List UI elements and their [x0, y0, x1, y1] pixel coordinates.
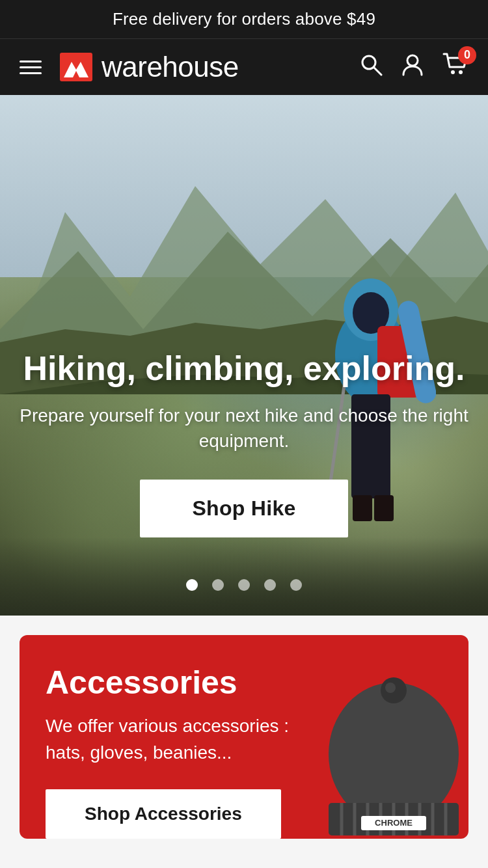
accessories-card: Accessories We offer various accessories…: [20, 635, 468, 839]
svg-point-6: [451, 70, 455, 74]
shop-hike-button[interactable]: Shop Hike: [140, 480, 347, 537]
header-left: warehouse: [20, 51, 239, 83]
svg-point-7: [459, 70, 463, 74]
svg-point-5: [407, 55, 418, 66]
header-right: 0: [359, 53, 468, 82]
accessories-section: Accessories We offer various accessories…: [0, 616, 488, 839]
logo[interactable]: warehouse: [60, 51, 239, 83]
shop-accessories-button[interactable]: Shop Accessories: [46, 789, 281, 839]
hero-title: Hiking, climbing, exploring.: [20, 349, 468, 388]
announcement-bar: Free delivery for orders above $49: [0, 0, 488, 38]
account-button[interactable]: [401, 53, 424, 82]
cart-count: 0: [458, 46, 476, 64]
menu-button[interactable]: [20, 61, 42, 74]
svg-text:CHROME: CHROME: [375, 818, 413, 828]
logo-icon: [60, 53, 92, 81]
beanie-image: CHROME: [319, 676, 468, 839]
svg-line-4: [374, 68, 381, 75]
hero-section: Hiking, climbing, exploring. Prepare you…: [0, 95, 488, 616]
svg-point-35: [385, 683, 396, 693]
carousel-dot-5[interactable]: [290, 579, 302, 591]
hero-content: Hiking, climbing, exploring. Prepare you…: [0, 349, 488, 537]
hero-subtitle: Prepare yourself for your next hike and …: [20, 403, 468, 454]
carousel-dot-3[interactable]: [238, 579, 250, 591]
cart-button[interactable]: 0: [442, 53, 468, 82]
carousel-dots: [0, 579, 488, 591]
carousel-dot-4[interactable]: [264, 579, 276, 591]
logo-text: warehouse: [102, 51, 239, 83]
search-button[interactable]: [359, 53, 383, 82]
accessories-description: We offer various accessories : hats, glo…: [46, 713, 293, 766]
header: warehouse 0: [0, 38, 488, 95]
carousel-dot-2[interactable]: [212, 579, 224, 591]
announcement-text: Free delivery for orders above $49: [113, 9, 375, 29]
carousel-dot-1[interactable]: [186, 579, 198, 591]
